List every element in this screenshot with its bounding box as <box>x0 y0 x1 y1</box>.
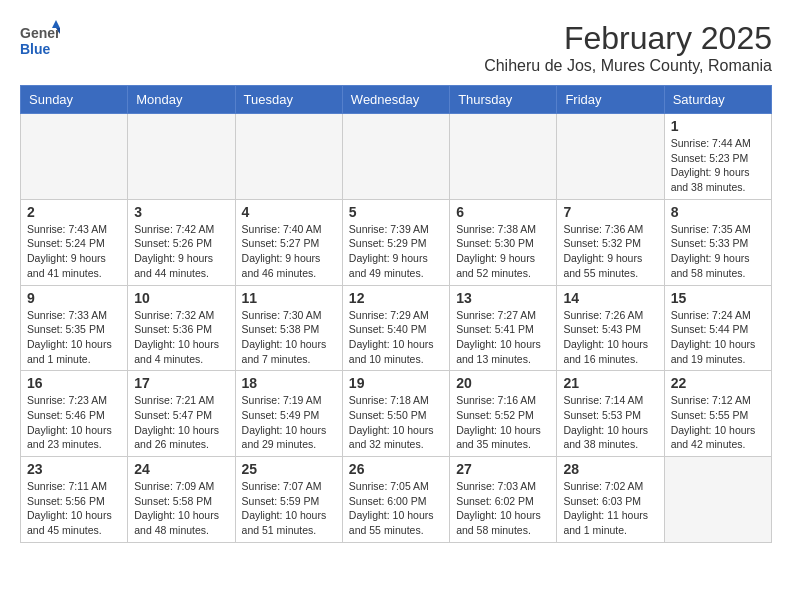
calendar-cell: 3Sunrise: 7:42 AM Sunset: 5:26 PM Daylig… <box>128 199 235 285</box>
day-number: 25 <box>242 461 336 477</box>
calendar-cell: 11Sunrise: 7:30 AM Sunset: 5:38 PM Dayli… <box>235 285 342 371</box>
day-number: 8 <box>671 204 765 220</box>
calendar-cell <box>557 114 664 200</box>
day-info: Sunrise: 7:02 AM Sunset: 6:03 PM Dayligh… <box>563 479 657 538</box>
day-info: Sunrise: 7:14 AM Sunset: 5:53 PM Dayligh… <box>563 393 657 452</box>
location-subtitle: Chiheru de Jos, Mures County, Romania <box>484 57 772 75</box>
calendar-cell <box>128 114 235 200</box>
day-info: Sunrise: 7:11 AM Sunset: 5:56 PM Dayligh… <box>27 479 121 538</box>
calendar-cell: 6Sunrise: 7:38 AM Sunset: 5:30 PM Daylig… <box>450 199 557 285</box>
weekday-header-monday: Monday <box>128 86 235 114</box>
day-info: Sunrise: 7:21 AM Sunset: 5:47 PM Dayligh… <box>134 393 228 452</box>
day-number: 9 <box>27 290 121 306</box>
calendar-cell <box>342 114 449 200</box>
calendar-cell: 10Sunrise: 7:32 AM Sunset: 5:36 PM Dayli… <box>128 285 235 371</box>
day-info: Sunrise: 7:32 AM Sunset: 5:36 PM Dayligh… <box>134 308 228 367</box>
day-number: 2 <box>27 204 121 220</box>
day-number: 14 <box>563 290 657 306</box>
weekday-header-sunday: Sunday <box>21 86 128 114</box>
day-info: Sunrise: 7:39 AM Sunset: 5:29 PM Dayligh… <box>349 222 443 281</box>
calendar-week-row: 2Sunrise: 7:43 AM Sunset: 5:24 PM Daylig… <box>21 199 772 285</box>
day-number: 1 <box>671 118 765 134</box>
calendar-cell: 18Sunrise: 7:19 AM Sunset: 5:49 PM Dayli… <box>235 371 342 457</box>
month-year-title: February 2025 <box>484 20 772 57</box>
calendar-cell: 23Sunrise: 7:11 AM Sunset: 5:56 PM Dayli… <box>21 457 128 543</box>
calendar-cell: 20Sunrise: 7:16 AM Sunset: 5:52 PM Dayli… <box>450 371 557 457</box>
weekday-header-tuesday: Tuesday <box>235 86 342 114</box>
calendar-week-row: 23Sunrise: 7:11 AM Sunset: 5:56 PM Dayli… <box>21 457 772 543</box>
weekday-header-row: SundayMondayTuesdayWednesdayThursdayFrid… <box>21 86 772 114</box>
day-info: Sunrise: 7:16 AM Sunset: 5:52 PM Dayligh… <box>456 393 550 452</box>
day-number: 22 <box>671 375 765 391</box>
calendar-week-row: 1Sunrise: 7:44 AM Sunset: 5:23 PM Daylig… <box>21 114 772 200</box>
calendar-cell: 12Sunrise: 7:29 AM Sunset: 5:40 PM Dayli… <box>342 285 449 371</box>
calendar-cell: 24Sunrise: 7:09 AM Sunset: 5:58 PM Dayli… <box>128 457 235 543</box>
calendar-cell: 9Sunrise: 7:33 AM Sunset: 5:35 PM Daylig… <box>21 285 128 371</box>
day-info: Sunrise: 7:44 AM Sunset: 5:23 PM Dayligh… <box>671 136 765 195</box>
day-info: Sunrise: 7:33 AM Sunset: 5:35 PM Dayligh… <box>27 308 121 367</box>
day-info: Sunrise: 7:26 AM Sunset: 5:43 PM Dayligh… <box>563 308 657 367</box>
day-number: 7 <box>563 204 657 220</box>
title-block: February 2025 Chiheru de Jos, Mures Coun… <box>484 20 772 75</box>
calendar-cell: 5Sunrise: 7:39 AM Sunset: 5:29 PM Daylig… <box>342 199 449 285</box>
day-number: 23 <box>27 461 121 477</box>
calendar-cell: 15Sunrise: 7:24 AM Sunset: 5:44 PM Dayli… <box>664 285 771 371</box>
calendar-cell <box>21 114 128 200</box>
logo-icon: General Blue <box>20 20 60 60</box>
day-number: 5 <box>349 204 443 220</box>
day-number: 10 <box>134 290 228 306</box>
calendar-cell: 28Sunrise: 7:02 AM Sunset: 6:03 PM Dayli… <box>557 457 664 543</box>
day-info: Sunrise: 7:19 AM Sunset: 5:49 PM Dayligh… <box>242 393 336 452</box>
day-number: 27 <box>456 461 550 477</box>
weekday-header-friday: Friday <box>557 86 664 114</box>
day-info: Sunrise: 7:09 AM Sunset: 5:58 PM Dayligh… <box>134 479 228 538</box>
weekday-header-wednesday: Wednesday <box>342 86 449 114</box>
day-info: Sunrise: 7:18 AM Sunset: 5:50 PM Dayligh… <box>349 393 443 452</box>
calendar-cell: 19Sunrise: 7:18 AM Sunset: 5:50 PM Dayli… <box>342 371 449 457</box>
day-info: Sunrise: 7:23 AM Sunset: 5:46 PM Dayligh… <box>27 393 121 452</box>
day-info: Sunrise: 7:07 AM Sunset: 5:59 PM Dayligh… <box>242 479 336 538</box>
day-info: Sunrise: 7:30 AM Sunset: 5:38 PM Dayligh… <box>242 308 336 367</box>
day-info: Sunrise: 7:36 AM Sunset: 5:32 PM Dayligh… <box>563 222 657 281</box>
calendar-cell: 2Sunrise: 7:43 AM Sunset: 5:24 PM Daylig… <box>21 199 128 285</box>
day-number: 17 <box>134 375 228 391</box>
logo: General Blue <box>20 20 64 60</box>
day-number: 3 <box>134 204 228 220</box>
day-info: Sunrise: 7:12 AM Sunset: 5:55 PM Dayligh… <box>671 393 765 452</box>
day-info: Sunrise: 7:29 AM Sunset: 5:40 PM Dayligh… <box>349 308 443 367</box>
svg-text:Blue: Blue <box>20 41 51 57</box>
calendar-table: SundayMondayTuesdayWednesdayThursdayFrid… <box>20 85 772 543</box>
calendar-cell <box>235 114 342 200</box>
day-number: 21 <box>563 375 657 391</box>
calendar-cell: 8Sunrise: 7:35 AM Sunset: 5:33 PM Daylig… <box>664 199 771 285</box>
day-info: Sunrise: 7:42 AM Sunset: 5:26 PM Dayligh… <box>134 222 228 281</box>
day-info: Sunrise: 7:35 AM Sunset: 5:33 PM Dayligh… <box>671 222 765 281</box>
day-info: Sunrise: 7:27 AM Sunset: 5:41 PM Dayligh… <box>456 308 550 367</box>
weekday-header-thursday: Thursday <box>450 86 557 114</box>
calendar-cell: 27Sunrise: 7:03 AM Sunset: 6:02 PM Dayli… <box>450 457 557 543</box>
calendar-cell: 22Sunrise: 7:12 AM Sunset: 5:55 PM Dayli… <box>664 371 771 457</box>
day-number: 12 <box>349 290 443 306</box>
calendar-cell: 13Sunrise: 7:27 AM Sunset: 5:41 PM Dayli… <box>450 285 557 371</box>
day-number: 18 <box>242 375 336 391</box>
day-number: 13 <box>456 290 550 306</box>
day-number: 11 <box>242 290 336 306</box>
calendar-week-row: 9Sunrise: 7:33 AM Sunset: 5:35 PM Daylig… <box>21 285 772 371</box>
calendar-cell: 7Sunrise: 7:36 AM Sunset: 5:32 PM Daylig… <box>557 199 664 285</box>
calendar-cell: 1Sunrise: 7:44 AM Sunset: 5:23 PM Daylig… <box>664 114 771 200</box>
calendar-cell: 21Sunrise: 7:14 AM Sunset: 5:53 PM Dayli… <box>557 371 664 457</box>
day-number: 19 <box>349 375 443 391</box>
page-header: General Blue February 2025 Chiheru de Jo… <box>20 20 772 75</box>
calendar-cell <box>664 457 771 543</box>
day-number: 28 <box>563 461 657 477</box>
calendar-cell: 26Sunrise: 7:05 AM Sunset: 6:00 PM Dayli… <box>342 457 449 543</box>
calendar-cell: 25Sunrise: 7:07 AM Sunset: 5:59 PM Dayli… <box>235 457 342 543</box>
day-info: Sunrise: 7:40 AM Sunset: 5:27 PM Dayligh… <box>242 222 336 281</box>
svg-marker-2 <box>52 20 60 28</box>
calendar-cell: 16Sunrise: 7:23 AM Sunset: 5:46 PM Dayli… <box>21 371 128 457</box>
calendar-cell: 14Sunrise: 7:26 AM Sunset: 5:43 PM Dayli… <box>557 285 664 371</box>
calendar-cell: 4Sunrise: 7:40 AM Sunset: 5:27 PM Daylig… <box>235 199 342 285</box>
weekday-header-saturday: Saturday <box>664 86 771 114</box>
day-number: 26 <box>349 461 443 477</box>
day-number: 20 <box>456 375 550 391</box>
